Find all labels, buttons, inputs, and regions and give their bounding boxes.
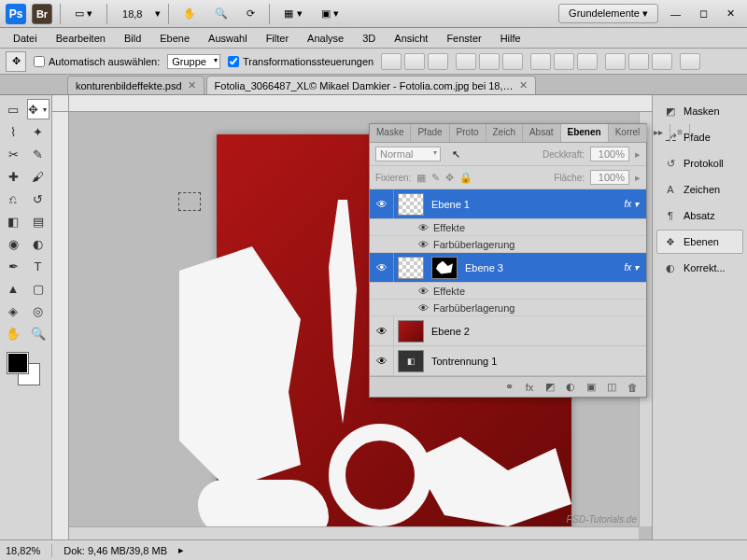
visibility-toggle-icon[interactable]: 👁 xyxy=(370,253,394,282)
ruler-horizontal[interactable] xyxy=(69,95,652,112)
document-info[interactable]: Dok: 9,46 MB/39,8 MB xyxy=(63,545,167,556)
hand-tool-icon[interactable]: ✋ xyxy=(2,323,24,343)
workspace-switcher[interactable]: Grundelemente ▾ xyxy=(558,4,658,23)
align-right-button[interactable] xyxy=(502,53,523,70)
panel-tab-absat[interactable]: Absat xyxy=(523,124,561,142)
panel-tab-maske[interactable]: Maske xyxy=(370,124,411,142)
fx-badge[interactable]: fx ▾ xyxy=(624,199,646,209)
clone-stamp-tool-icon[interactable]: ⎌ xyxy=(2,189,24,209)
photoshop-logo-icon[interactable]: Ps xyxy=(6,4,26,24)
zoom-percent[interactable]: 18,82% xyxy=(6,545,40,556)
visibility-toggle-icon[interactable]: 👁 xyxy=(413,302,433,314)
blur-tool-icon[interactable]: ◉ xyxy=(2,233,24,254)
new-layer-icon[interactable]: ◫ xyxy=(605,381,618,394)
dodge-tool-icon[interactable]: ◐ xyxy=(27,233,49,254)
layer-mask-icon[interactable]: ◩ xyxy=(543,381,557,394)
menu-datei[interactable]: Datei xyxy=(4,30,47,47)
distribute-left-button[interactable] xyxy=(605,53,626,70)
menu-ansicht[interactable]: Ansicht xyxy=(385,30,437,47)
shape-tool-icon[interactable]: ▢ xyxy=(27,278,49,299)
healing-brush-tool-icon[interactable]: ✚ xyxy=(2,166,24,187)
visibility-toggle-icon[interactable]: 👁 xyxy=(370,316,394,345)
panel-tab-proto[interactable]: Proto xyxy=(450,124,486,142)
history-brush-tool-icon[interactable]: ↺ xyxy=(27,189,49,209)
visibility-toggle-icon[interactable]: 👁 xyxy=(413,286,433,297)
align-hcenter-button[interactable] xyxy=(479,53,500,70)
menu-bearbeiten[interactable]: Bearbeiten xyxy=(47,30,115,47)
eraser-tool-icon[interactable]: ◧ xyxy=(2,211,24,231)
align-vcenter-button[interactable] xyxy=(404,53,425,70)
blend-mode-dropdown[interactable]: Normal xyxy=(375,147,441,161)
bridge-logo-icon[interactable]: Br xyxy=(32,4,52,24)
menu-filter[interactable]: Filter xyxy=(257,30,298,47)
menu-bild[interactable]: Bild xyxy=(115,30,150,47)
close-icon[interactable]: ✕ xyxy=(720,5,741,22)
visibility-toggle-icon[interactable]: 👁 xyxy=(413,239,433,250)
lock-all-icon[interactable]: 🔒 xyxy=(459,172,472,184)
effects-row[interactable]: 👁Effekte xyxy=(370,219,646,236)
side-korrekt[interactable]: ◐Korrekt... xyxy=(656,256,743,280)
menu-hilfe[interactable]: Hilfe xyxy=(491,30,530,47)
side-absatz[interactable]: ¶Absatz xyxy=(656,203,743,228)
layer-row[interactable]: 👁 Ebene 1 fx ▾ xyxy=(370,189,646,219)
layer-row[interactable]: 👁 Ebene 2 xyxy=(370,316,646,346)
panel-expand-icon[interactable]: ▸▸ xyxy=(647,124,670,142)
adjustment-layer-icon[interactable]: ◐ xyxy=(564,381,577,394)
effect-item[interactable]: 👁Farbüberlagerung xyxy=(370,236,646,253)
arrange-docs-button[interactable]: ▦ ▾ xyxy=(277,5,308,22)
layer-row[interactable]: 👁 Ebene 3 fx ▾ xyxy=(370,253,646,283)
color-swatches[interactable] xyxy=(2,351,49,388)
layer-mask-thumbnail[interactable] xyxy=(431,257,458,279)
zoom-display[interactable]: 18,8 xyxy=(115,7,149,21)
panel-menu-icon[interactable]: ≡ xyxy=(670,124,690,142)
magic-wand-tool-icon[interactable]: ✦ xyxy=(27,121,49,142)
brush-tool-icon[interactable]: 🖌 xyxy=(27,166,49,187)
menu-auswahl[interactable]: Auswahl xyxy=(199,30,257,47)
layer-thumbnail[interactable] xyxy=(398,193,424,216)
layer-thumbnail[interactable]: ◧ xyxy=(398,350,424,372)
fill-input[interactable]: 100% xyxy=(590,170,629,185)
close-icon[interactable]: ✕ xyxy=(519,79,528,91)
screen-mode-button[interactable]: ▭ ▾ xyxy=(68,5,99,22)
gradient-tool-icon[interactable]: ▤ xyxy=(27,211,49,231)
align-bottom-button[interactable] xyxy=(428,53,448,70)
layer-name[interactable]: Tontrennung 1 xyxy=(428,356,646,367)
align-left-button[interactable] xyxy=(456,53,476,70)
auto-select-checkbox[interactable]: Automatisch auswählen: xyxy=(34,56,160,67)
layer-thumbnail[interactable] xyxy=(398,320,424,343)
crop-tool-icon[interactable]: ✂ xyxy=(2,144,24,164)
ruler-vertical[interactable] xyxy=(52,112,69,539)
lock-transparency-icon[interactable]: ▦ xyxy=(416,172,426,184)
path-select-tool-icon[interactable]: ▲ xyxy=(2,278,24,299)
fill-slider-icon[interactable]: ▸ xyxy=(635,172,641,184)
side-protokoll[interactable]: ↺Protokoll xyxy=(656,151,743,175)
delete-layer-icon[interactable]: 🗑 xyxy=(626,381,639,394)
distribute-top-button[interactable] xyxy=(530,53,551,70)
menu-3d[interactable]: 3D xyxy=(353,30,385,47)
3d-camera-tool-icon[interactable]: ◎ xyxy=(27,301,49,321)
group-icon[interactable]: ▣ xyxy=(585,381,598,394)
menu-ebene[interactable]: Ebene xyxy=(150,30,199,47)
visibility-toggle-icon[interactable]: 👁 xyxy=(413,222,433,233)
screen-layout-button[interactable]: ▣ ▾ xyxy=(315,5,345,22)
visibility-toggle-icon[interactable]: 👁 xyxy=(370,189,394,218)
layer-style-icon[interactable]: fx xyxy=(523,381,536,394)
link-layers-icon[interactable]: ⚭ xyxy=(502,381,515,394)
zoom-tool-icon[interactable]: 🔍 xyxy=(27,323,49,343)
ruler-origin[interactable] xyxy=(52,95,69,112)
transform-controls-checkbox[interactable]: Transformationssteuerungen xyxy=(228,56,374,67)
effect-item[interactable]: 👁Farbüberlagerung xyxy=(370,300,646,316)
3d-tool-icon[interactable]: ◈ xyxy=(2,301,24,321)
maximize-icon[interactable]: ◻ xyxy=(693,5,714,22)
layers-panel[interactable]: Maske Pfade Proto Zeich Absat Ebenen Kor… xyxy=(369,123,647,398)
panel-tab-zeich[interactable]: Zeich xyxy=(486,124,523,142)
menu-fenster[interactable]: Fenster xyxy=(437,30,490,47)
lock-image-icon[interactable]: ✎ xyxy=(431,172,440,184)
panel-tab-pfade[interactable]: Pfade xyxy=(411,124,449,142)
selection-handles[interactable] xyxy=(178,192,201,211)
panel-tab-korrel[interactable]: Korrel xyxy=(609,124,648,142)
side-zeichen[interactable]: AZeichen xyxy=(656,177,743,202)
lasso-tool-icon[interactable]: ⌇ xyxy=(2,121,24,142)
distribute-vcenter-button[interactable] xyxy=(554,53,574,70)
eyedropper-tool-icon[interactable]: ✎ xyxy=(27,144,49,164)
